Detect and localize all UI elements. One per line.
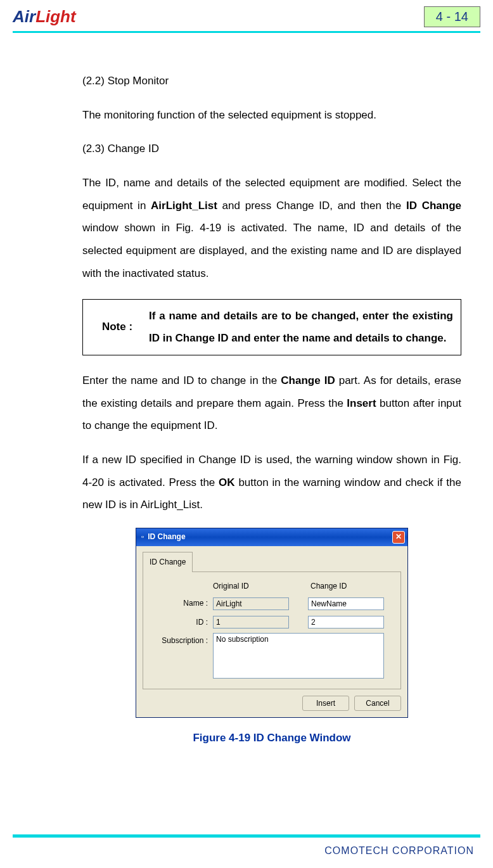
label-id: ID : — [150, 615, 213, 630]
main-content: (2.2) Stop Monitor The monitoring functi… — [0, 33, 493, 749]
t1b: AirLight_List — [151, 200, 217, 212]
dialog-title-text: ID Change — [148, 529, 185, 545]
orig-id-input — [213, 616, 289, 629]
dialog-buttons: Insert Cancel — [136, 696, 407, 717]
tab-id-change[interactable]: ID Change — [143, 552, 193, 572]
orig-name-input — [213, 597, 289, 610]
row-subscription: Subscription : — [150, 633, 394, 679]
row-id: ID : — [150, 615, 394, 630]
page-header: AirLight 4 - 14 — [0, 0, 493, 27]
dialog-titlebar[interactable]: ▫ ID Change ✕ — [136, 528, 407, 546]
heading-2-3: (2.3) Change ID — [82, 137, 461, 160]
col-header-original: Original ID — [213, 578, 295, 594]
tab-panel: Original ID Change ID Name : ID : — [143, 571, 401, 689]
tab-strip: ID Change — [136, 546, 407, 571]
text-2-2: The monitoring function of the selected … — [82, 104, 461, 127]
col-header-change: Change ID — [311, 578, 393, 594]
t1c: and press Change ID, and then the — [217, 200, 406, 212]
body2-p1: Enter the name and ID to change in the C… — [82, 369, 461, 437]
text-2-3-p1: The ID, name and details of the selected… — [82, 172, 461, 284]
logo-part-air: Air — [13, 7, 35, 26]
b1d: Insert — [347, 397, 376, 409]
change-name-input[interactable] — [308, 597, 384, 610]
label-subscription: Subscription : — [150, 633, 213, 649]
cancel-button[interactable]: Cancel — [354, 696, 401, 711]
dialog-figure: ▫ ID Change ✕ ID Change Original ID Chan… — [82, 528, 461, 718]
note-text: If a name and details are to be changed,… — [149, 305, 458, 350]
logo: AirLight — [13, 7, 76, 27]
dialog-title: ▫ ID Change — [141, 529, 186, 545]
b1b: Change ID — [281, 374, 335, 386]
note-box: Note : If a name and details are to be c… — [82, 299, 461, 355]
b2b: OK — [219, 476, 235, 488]
heading-2-2: (2.2) Stop Monitor — [82, 70, 461, 93]
t1e: window shown in Fig. 4-19 is activated. … — [82, 222, 461, 279]
footer-divider — [13, 834, 480, 838]
row-name: Name : — [150, 596, 394, 611]
app-icon: ▫ — [141, 529, 144, 545]
t1d: ID Change — [406, 200, 461, 212]
body2-p2: If a new ID specified in Change ID is us… — [82, 449, 461, 516]
figure-caption: Figure 4-19 ID Change Window — [82, 727, 461, 750]
insert-button[interactable]: Insert — [302, 696, 349, 711]
column-headers: Original ID Change ID — [213, 578, 394, 594]
label-name: Name : — [150, 596, 213, 611]
page-number: 4 - 14 — [424, 6, 480, 27]
id-change-dialog: ▫ ID Change ✕ ID Change Original ID Chan… — [136, 528, 408, 718]
logo-part-light: Light — [35, 7, 76, 26]
close-icon[interactable]: ✕ — [392, 531, 405, 544]
note-label: Note : — [86, 316, 149, 338]
change-id-input[interactable] — [308, 616, 384, 629]
subscription-textarea[interactable] — [213, 633, 384, 679]
footer-text: COMOTECH CORPORATION — [324, 845, 474, 857]
b1a: Enter the name and ID to change in the — [82, 374, 281, 386]
